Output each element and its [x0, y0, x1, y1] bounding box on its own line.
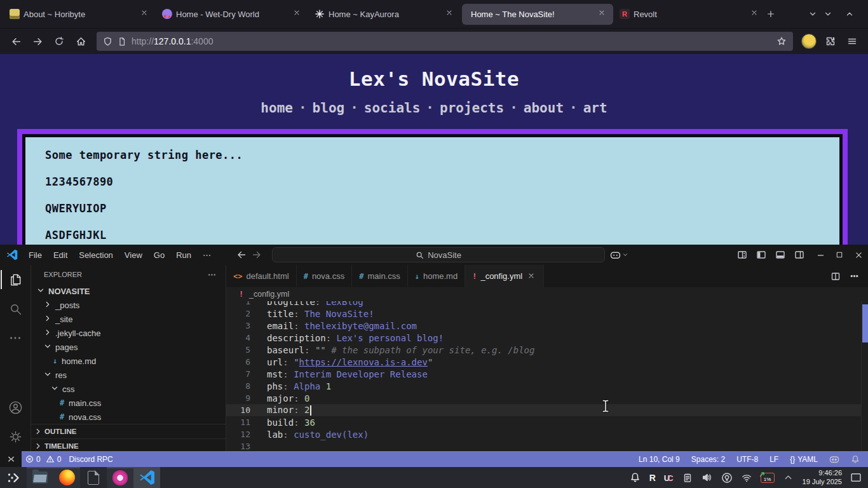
tree-item-homemd[interactable]: ↓home.md	[31, 354, 226, 368]
remote-indicator[interactable]	[0, 451, 22, 467]
menu-file[interactable]: File	[23, 248, 48, 262]
nav-link-socials[interactable]: socials	[364, 100, 421, 116]
tree-item-NOVASITE[interactable]: NOVASITE	[31, 284, 226, 298]
tab-close-icon[interactable]	[527, 272, 536, 281]
section-outline[interactable]: OUTLINE	[31, 424, 226, 438]
toggle-panel-icon[interactable]	[775, 250, 785, 260]
tree-item-posts[interactable]: _posts	[31, 298, 226, 312]
taskbar-clock[interactable]: 9:46:2619 July 2025	[803, 469, 842, 487]
tree-item-css[interactable]: css	[31, 382, 226, 396]
taskbar-file-manager[interactable]	[27, 467, 53, 488]
section-timeline[interactable]: TIMELINE	[31, 438, 226, 451]
tab-close-icon[interactable]	[598, 9, 608, 19]
minimize-button[interactable]	[817, 0, 839, 28]
status-yaml[interactable]: {}YAML	[785, 451, 822, 467]
status-lf[interactable]: LF	[765, 451, 783, 467]
breadcrumb[interactable]: ! _config.yml	[226, 287, 868, 301]
page-info-icon[interactable]	[118, 37, 126, 46]
clipboard-tray-icon[interactable]	[682, 472, 693, 484]
taskbar-vscode[interactable]	[133, 467, 160, 488]
back-button[interactable]	[6, 32, 25, 51]
code-line-5[interactable]: 5baseurl: "" # the subpath of your site,…	[226, 344, 862, 356]
nav-link-blog[interactable]: blog	[313, 100, 345, 116]
bookmark-star-icon[interactable]	[776, 36, 787, 46]
tab-close-icon[interactable]	[293, 9, 303, 19]
nav-link-home[interactable]: home	[261, 100, 293, 116]
go-back-icon[interactable]	[236, 250, 247, 260]
menu-view[interactable]: View	[119, 248, 148, 262]
browser-tab-5[interactable]: RRevolt	[614, 4, 766, 25]
status-spaces-2[interactable]: Spaces: 2	[687, 451, 729, 467]
extensions-puzzle-icon[interactable]	[821, 32, 840, 51]
revolt-tray-icon[interactable]: R	[649, 473, 656, 483]
menu-go[interactable]: Go	[148, 248, 170, 262]
taskbar-text-editor[interactable]	[80, 467, 107, 488]
browser-tab-4[interactable]: Home ~ The NovaSite!	[462, 4, 613, 25]
url-bar[interactable]: http://127.0.0.1:4000	[97, 32, 793, 51]
status-utf-8[interactable]: UTF-8	[732, 451, 763, 467]
statusbar-copilot-icon[interactable]	[825, 451, 844, 467]
tab-close-icon[interactable]	[140, 9, 151, 19]
taskbar-firefox[interactable]	[53, 467, 80, 488]
customize-layout-icon[interactable]	[737, 250, 747, 260]
menu-selection[interactable]: Selection	[73, 248, 118, 262]
editor-tab-novacss[interactable]: #nova.css	[297, 265, 353, 287]
explorer-icon[interactable]	[1, 265, 31, 294]
code-line-8[interactable]: 8phs: Alpha 1	[226, 380, 862, 392]
editor-tab-defaulthtml[interactable]: <>default.html	[226, 265, 297, 287]
nav-link-about[interactable]: about	[524, 100, 564, 116]
editor-tab-maincss[interactable]: #main.css	[352, 265, 408, 287]
menu-edit[interactable]: Edit	[48, 248, 73, 262]
maximize-button[interactable]	[839, 0, 860, 28]
menu-more[interactable]: ⋯	[197, 248, 217, 262]
notification-bell-icon[interactable]	[630, 472, 641, 484]
account-icon[interactable]	[1, 393, 31, 422]
volume-tray-icon[interactable]	[702, 472, 713, 484]
code-line-4[interactable]: 4description: Lex's personal blog!	[226, 332, 862, 344]
copilot-menu[interactable]	[610, 250, 628, 261]
code-line-13[interactable]: 13	[226, 440, 862, 451]
uc-tray-icon[interactable]: UC	[664, 472, 674, 484]
code-line-10[interactable]: 10minor: 2	[226, 404, 862, 416]
explorer-more-icon[interactable]	[207, 270, 217, 280]
code-line-7[interactable]: 7mst: Interim Developer Release	[226, 368, 862, 380]
nav-link-projects[interactable]: projects	[440, 100, 504, 116]
url-text[interactable]: http://127.0.0.1:4000	[132, 36, 771, 46]
tab-close-icon[interactable]	[750, 9, 761, 19]
code-editor[interactable]: 1blogtitle: LexBlog2title: The NovaSite!…	[226, 301, 868, 451]
status-ln-10-col-9[interactable]: Ln 10, Col 9	[634, 451, 684, 467]
search-sidebar-icon[interactable]	[1, 294, 31, 323]
problems-indicator[interactable]: 0 0	[22, 451, 65, 467]
browser-tab-2[interactable]: Home - Wet-Dry World	[157, 4, 308, 25]
settings-gear-icon[interactable]	[1, 422, 31, 451]
editor-scrollbar[interactable]	[861, 301, 868, 451]
tree-item-maincss[interactable]: #main.css	[31, 396, 226, 410]
scrollbar-thumb[interactable]	[862, 304, 868, 342]
hamburger-menu-icon[interactable]	[843, 32, 862, 51]
split-editor-icon[interactable]	[831, 271, 841, 281]
wifi-tray-icon[interactable]	[741, 472, 752, 484]
command-center-search[interactable]: NovaSite	[272, 247, 605, 262]
maximize-icon[interactable]	[830, 245, 849, 265]
go-forward-icon[interactable]	[252, 250, 262, 260]
battery-indicator[interactable]: 1%	[761, 473, 775, 483]
tab-close-icon[interactable]	[445, 9, 456, 19]
new-tab-button[interactable]	[766, 4, 775, 24]
show-desktop-button[interactable]	[850, 472, 862, 484]
tree-item-res[interactable]: res	[31, 368, 226, 382]
tree-item-novacss[interactable]: #nova.css	[31, 410, 226, 424]
tray-expand-chevron-icon[interactable]	[783, 472, 794, 484]
extension-avatar-icon[interactable]	[799, 32, 818, 51]
list-tabs-button[interactable]	[808, 4, 817, 24]
code-line-12[interactable]: 12lab: custo_dev(lex)	[226, 428, 862, 440]
editor-tab-homemd[interactable]: ↓home.md	[408, 265, 465, 287]
browser-tab-1[interactable]: About ~ Horibyte	[4, 4, 156, 25]
reload-button[interactable]	[50, 32, 69, 51]
discord-rpc-status[interactable]: Discord RPC	[65, 451, 116, 467]
tree-item-pages[interactable]: pages	[31, 340, 226, 354]
tree-item-site[interactable]: _site	[31, 312, 226, 326]
close-icon[interactable]	[849, 245, 868, 265]
statusbar-bell-icon[interactable]	[846, 451, 864, 467]
nightlight-tray-icon[interactable]	[721, 472, 733, 484]
toggle-primary-sidebar-icon[interactable]	[756, 250, 766, 260]
